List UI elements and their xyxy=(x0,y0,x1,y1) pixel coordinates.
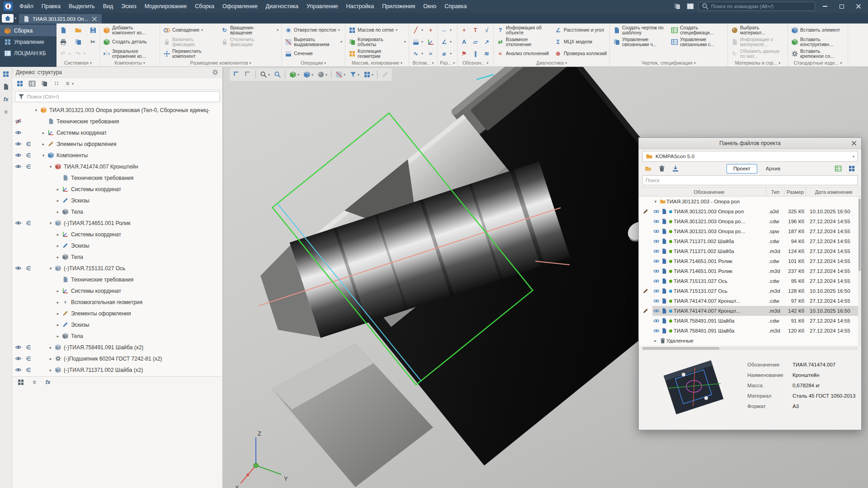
menu-item-10[interactable]: Настройка xyxy=(342,0,378,13)
leader-button[interactable]: ↗ xyxy=(481,36,492,47)
tree-item[interactable]: ∈▾(-)ТИАЯ.715131.027 Ось xyxy=(12,263,222,274)
document-tab[interactable]: ТИАЯ.301321.003 Оп... xyxy=(19,14,102,23)
download-button[interactable] xyxy=(670,163,681,174)
panels-menu[interactable]: ≡ xyxy=(1,107,11,117)
tree-view-structure[interactable] xyxy=(14,79,25,89)
tree-view-params[interactable]: ∷ xyxy=(51,79,62,89)
files-tab-archive[interactable]: Архив xyxy=(759,164,787,174)
ribbon-group-label[interactable]: Вспом...▾ xyxy=(410,59,436,66)
cut-button[interactable]: ✂ xyxy=(88,36,98,47)
frame-select-alt-button[interactable] xyxy=(243,69,253,80)
object-info-button[interactable]: ?Информация об объекте xyxy=(495,24,552,36)
eye-icon[interactable] xyxy=(12,129,24,136)
cut-extrude-button[interactable]: Вырезать выдавливанием▾ xyxy=(283,36,344,47)
tree-item[interactable]: ▸Тела xyxy=(12,206,222,217)
files-panel-titlebar[interactable]: Панель файлов проекта xyxy=(639,138,861,149)
save-button[interactable] xyxy=(88,24,98,36)
deviation-analysis-button[interactable]: ≈Анализ отклонений xyxy=(495,48,552,59)
files-search[interactable] xyxy=(642,175,858,185)
expand-arrow-icon[interactable]: ▸ xyxy=(55,255,61,259)
ribbon-group-label[interactable]: Раз...▾ xyxy=(439,59,456,66)
construction-point-button[interactable]: + xyxy=(425,24,436,36)
open-folder-button[interactable] xyxy=(642,163,654,174)
section-display-button[interactable]: ▾ xyxy=(334,69,347,80)
gear-icon[interactable] xyxy=(212,69,219,76)
tree-item[interactable]: ▸Эскизы xyxy=(12,195,222,206)
expand-arrow-icon[interactable]: ▸ xyxy=(55,289,61,293)
column-header[interactable]: Тип xyxy=(766,188,785,196)
tree-item[interactable]: Технические требования xyxy=(12,274,222,285)
file-row[interactable]: ТИАЯ.714651.001 Ролик.cdw101 Кб27.12.202… xyxy=(639,256,861,266)
tree-item[interactable]: ▸+Вспомогательная геометрия xyxy=(12,296,222,308)
tree-view-composition[interactable] xyxy=(27,79,38,89)
file-row[interactable]: ТИАЯ.711371.002 Шайба.m3d124 Кб27.12.202… xyxy=(639,246,861,256)
file-row[interactable]: ТИАЯ.711371.002 Шайба.cdw94 Кб27.12.2024… xyxy=(639,236,861,246)
linear-dimension-button[interactable]: ↔▾ xyxy=(439,24,453,36)
expand-arrow-icon[interactable]: ▸ xyxy=(55,244,61,248)
zoom-button[interactable]: ▾ xyxy=(258,69,271,80)
home-dropdown-icon[interactable]: ▾ xyxy=(14,16,16,20)
wave-button[interactable]: ≋ xyxy=(481,48,492,59)
menu-item-13[interactable]: Справка xyxy=(440,0,471,13)
section-button[interactable]: Сечение xyxy=(283,48,344,59)
close-button[interactable] xyxy=(852,0,865,13)
ribbon-group-label[interactable]: Диагностика▾ xyxy=(495,59,608,66)
files-hscrollbar[interactable] xyxy=(642,347,858,350)
create-part-button[interactable]: Создать деталь xyxy=(101,36,158,47)
enable-fixation-button[interactable]: Включить фиксацию xyxy=(161,36,218,47)
eye-icon[interactable] xyxy=(12,265,24,272)
manage-drawings-button[interactable]: Управление связанными ч... xyxy=(611,36,668,47)
display-mode-button[interactable]: ▾ xyxy=(316,69,329,80)
sketch-edit-button[interactable] xyxy=(380,69,390,80)
eye-icon[interactable] xyxy=(12,344,24,351)
add-project-button[interactable] xyxy=(846,163,858,174)
expand-arrow-icon[interactable]: ▾ xyxy=(47,266,54,271)
text-button[interactable]: T xyxy=(470,24,481,36)
expand-arrow-icon[interactable]: ▸ xyxy=(47,345,54,350)
grid-array-button[interactable]: Массив по сетке▾ xyxy=(347,24,407,36)
eye-icon[interactable] xyxy=(12,163,24,170)
expand-arrow-icon[interactable]: ▸ xyxy=(55,210,61,214)
tree-item[interactable]: ∈▸(-)ТИАЯ.758491.091 Шайба (x2) xyxy=(12,342,222,353)
note-button[interactable]: A xyxy=(459,36,469,47)
home-button[interactable] xyxy=(2,14,14,23)
tree-item[interactable]: ▸Эскизы xyxy=(12,319,222,330)
column-header[interactable]: Обозначение xyxy=(652,188,766,196)
minimize-button[interactable] xyxy=(818,0,832,13)
tree-item[interactable]: ▸Системы координат xyxy=(12,229,222,240)
eye-icon[interactable] xyxy=(12,220,24,226)
view-mode-button[interactable]: ▾ xyxy=(302,69,315,80)
construction-plane-button[interactable]: ▾ xyxy=(410,36,425,47)
expand-arrow-icon[interactable]: ▸ xyxy=(55,300,61,305)
frame-select-button[interactable] xyxy=(231,69,242,80)
mass-properties-button[interactable]: ΣМЦХ модели xyxy=(553,36,608,47)
tab-close-icon[interactable] xyxy=(91,15,98,23)
panel-close-icon[interactable] xyxy=(847,138,861,149)
ribbon-group-label[interactable]: Размещение компонентов▾ xyxy=(161,59,280,66)
tree-item[interactable]: ▸Системы координат xyxy=(12,127,222,138)
tree-bottom-list[interactable]: ≡ xyxy=(29,377,40,387)
surface-finish-button[interactable]: √ xyxy=(481,24,492,36)
ribbon-group-label[interactable]: Чертеж, спецификация▾ xyxy=(611,59,726,66)
expand-arrow-icon[interactable]: ▸ xyxy=(55,232,61,237)
print-button[interactable] xyxy=(58,36,72,47)
delete-button[interactable] xyxy=(656,163,668,174)
files-scrollbar[interactable] xyxy=(858,197,861,346)
add-component-button[interactable]: Добавить компонент из... xyxy=(101,24,158,36)
copy-button[interactable] xyxy=(73,36,87,47)
tree-item[interactable]: Технические требования xyxy=(12,172,222,183)
tree-item[interactable]: ∈▸(-)ТИАЯ.711371.002 Шайба (x2) xyxy=(12,364,222,375)
project-folder-row[interactable]: ▾ ТИАЯ.301321.003 - Опора рол xyxy=(639,197,861,206)
expand-arrow-icon[interactable]: ▸ xyxy=(40,142,47,146)
expand-arrow-icon[interactable]: ▸ xyxy=(55,187,61,192)
menu-item-11[interactable]: Приложения xyxy=(378,0,419,13)
file-row[interactable]: ТИАЯ.741474.007 Кроншт....m3d142 Кб10.10… xyxy=(639,306,861,316)
tree-item[interactable]: ∈▾(-)ТИАЯ.714651.001 Ролик xyxy=(12,217,222,229)
menu-item-7[interactable]: Оформление xyxy=(218,0,262,13)
menu-item-8[interactable]: Диагностика xyxy=(262,0,302,13)
tree-panel-toggle[interactable] xyxy=(1,69,11,79)
command-search[interactable] xyxy=(698,2,815,11)
diameter-dimension-button[interactable]: ⌀▾ xyxy=(439,48,453,59)
move-component-button[interactable]: Переместить компонент xyxy=(161,48,218,59)
expand-arrow-icon[interactable]: ▸ xyxy=(652,338,659,343)
